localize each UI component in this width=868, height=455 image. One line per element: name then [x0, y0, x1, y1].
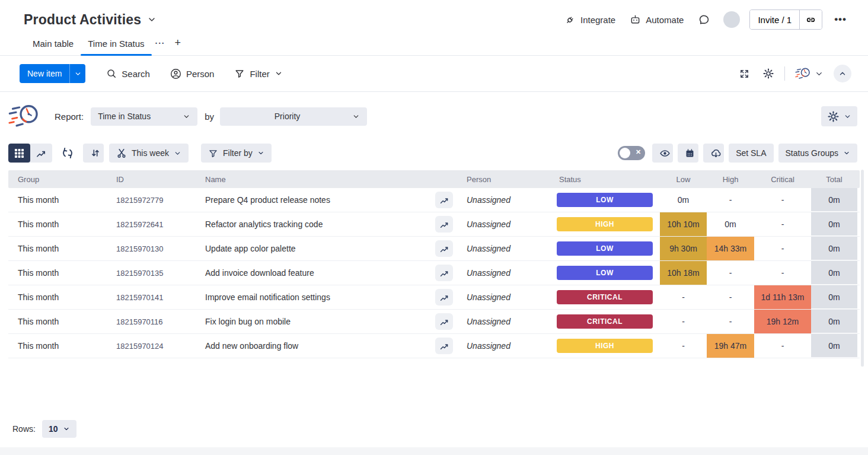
table-row: This month18215970135Add invoice downloa… — [8, 261, 860, 285]
sort-button[interactable] — [83, 144, 104, 163]
row-chart-button[interactable] — [435, 338, 453, 354]
add-view-button[interactable]: + — [169, 32, 187, 55]
chevron-down-icon — [843, 149, 850, 157]
collapse-header-button[interactable] — [834, 65, 851, 82]
column-header: Total — [811, 175, 857, 184]
chevron-down-icon — [844, 113, 851, 120]
set-sla-button[interactable]: Set SLA — [729, 144, 773, 163]
filter-by-button[interactable]: Filter by — [201, 144, 272, 163]
time-in-status-logo — [8, 100, 42, 133]
copy-link-button[interactable] — [799, 10, 822, 29]
group-cell: This month — [8, 268, 107, 278]
row-chart-button[interactable] — [435, 216, 453, 233]
status-badge[interactable]: HIGH — [557, 339, 653, 353]
invite-button[interactable]: Invite / 1 — [750, 10, 799, 29]
row-chart-button[interactable] — [435, 313, 453, 330]
filter-icon — [234, 68, 245, 79]
funnel-icon — [208, 148, 218, 158]
person-cell[interactable]: Unassigned — [457, 292, 550, 302]
expand-icon — [739, 68, 750, 79]
person-filter-button[interactable]: Person — [165, 65, 220, 83]
period-select[interactable]: This week — [109, 144, 189, 163]
column-header: High — [707, 175, 754, 184]
tab-time-in-status[interactable]: Time in Status — [81, 33, 151, 55]
name-cell[interactable]: Add new onboarding flow — [196, 341, 431, 351]
avatar[interactable] — [723, 11, 740, 28]
updates-button[interactable] — [694, 10, 714, 30]
scrollbar[interactable] — [861, 170, 864, 367]
report-type-select[interactable]: Time in Status — [91, 107, 197, 126]
row-chart-button[interactable] — [435, 192, 453, 208]
status-badge[interactable]: LOW — [557, 266, 653, 280]
refresh-button[interactable] — [58, 145, 78, 161]
low-cell: 0m — [660, 188, 707, 212]
status-badge[interactable]: CRITICAL — [557, 314, 653, 329]
app-switcher-button[interactable] — [793, 63, 826, 84]
rows-per-page-select[interactable]: 10 — [42, 420, 77, 438]
person-cell[interactable]: Unassigned — [457, 317, 550, 326]
total-cell: 0m — [811, 212, 857, 236]
board-more-button[interactable]: ••• — [829, 11, 851, 28]
tab-main-table[interactable]: Main table — [25, 33, 81, 55]
person-cell[interactable]: Unassigned — [457, 268, 550, 278]
by-label: by — [205, 112, 214, 122]
row-chart-button[interactable] — [435, 289, 453, 306]
line-chart-icon — [439, 268, 449, 278]
critical-cell: 1d 11h 13m — [754, 285, 811, 309]
column-header: Group — [8, 175, 107, 184]
report-group-select[interactable]: Priority — [220, 107, 367, 126]
id-cell: 18215970130 — [107, 244, 196, 253]
calendar-button[interactable] — [678, 144, 698, 163]
chart-view-button[interactable] — [30, 144, 52, 163]
name-cell[interactable]: Update app color palette — [196, 244, 431, 253]
name-cell[interactable]: Add invoice download feature — [196, 268, 431, 278]
filter-button[interactable]: Filter — [229, 65, 288, 82]
sla-toggle[interactable]: ✕ — [618, 146, 645, 160]
status-badge[interactable]: LOW — [557, 193, 653, 207]
name-cell[interactable]: Improve email notification settings — [196, 292, 431, 302]
rows-value: 10 — [49, 424, 58, 434]
row-chart-button[interactable] — [435, 265, 453, 281]
status-badge[interactable]: LOW — [557, 241, 653, 256]
table-header: GroupIDNamePersonStatusLowHighCriticalTo… — [8, 170, 860, 188]
person-cell[interactable]: Unassigned — [457, 195, 550, 205]
name-cell[interactable]: Prepare Q4 product release notes — [196, 195, 431, 205]
chevron-down-icon — [74, 70, 82, 78]
integrate-button[interactable]: Integrate — [561, 11, 619, 29]
search-label: Search — [122, 69, 150, 79]
name-cell[interactable]: Refactor analytics tracking code — [196, 219, 431, 229]
visibility-button[interactable] — [652, 144, 673, 163]
search-button[interactable]: Search — [101, 65, 155, 82]
table-view-button[interactable] — [8, 144, 30, 163]
refresh-icon — [61, 147, 74, 160]
column-header: Name — [196, 175, 431, 184]
status-groups-label: Status Groups — [786, 148, 839, 158]
new-item-button[interactable]: New item — [20, 64, 69, 83]
person-cell[interactable]: Unassigned — [457, 244, 550, 253]
time-in-status-app-icon — [795, 65, 812, 82]
tab-options-icon[interactable]: ··· — [152, 33, 169, 55]
critical-cell: - — [754, 188, 811, 212]
automate-button[interactable]: Automate — [626, 11, 687, 29]
report-label: Report: — [55, 112, 84, 122]
export-button[interactable] — [703, 144, 724, 163]
status-groups-select[interactable]: Status Groups — [778, 144, 858, 163]
status-badge[interactable]: CRITICAL — [557, 290, 653, 304]
toggle-off-x-icon: ✕ — [636, 148, 641, 156]
name-cell[interactable]: Fix login bug on mobile — [196, 317, 431, 326]
widget-toolbar: This week Filter by ✕ Set SLA Status Gro… — [0, 138, 868, 168]
report-settings-button[interactable] — [821, 106, 857, 126]
status-badge[interactable]: HIGH — [557, 217, 653, 231]
board-menu-chevron-icon[interactable] — [147, 15, 157, 24]
calendar-icon — [685, 148, 695, 158]
time-in-status-table: GroupIDNamePersonStatusLowHighCriticalTo… — [8, 170, 860, 358]
board-toolbar: New item Search Person Filter — [0, 56, 868, 91]
person-cell[interactable]: Unassigned — [457, 219, 550, 229]
fullscreen-button[interactable] — [736, 66, 752, 82]
person-cell[interactable]: Unassigned — [457, 341, 550, 351]
view-settings-button[interactable] — [760, 65, 777, 82]
new-item-menu-button[interactable] — [69, 64, 85, 83]
chat-bubble-icon — [698, 14, 710, 26]
toggle-knob — [620, 148, 630, 158]
row-chart-button[interactable] — [435, 240, 453, 257]
